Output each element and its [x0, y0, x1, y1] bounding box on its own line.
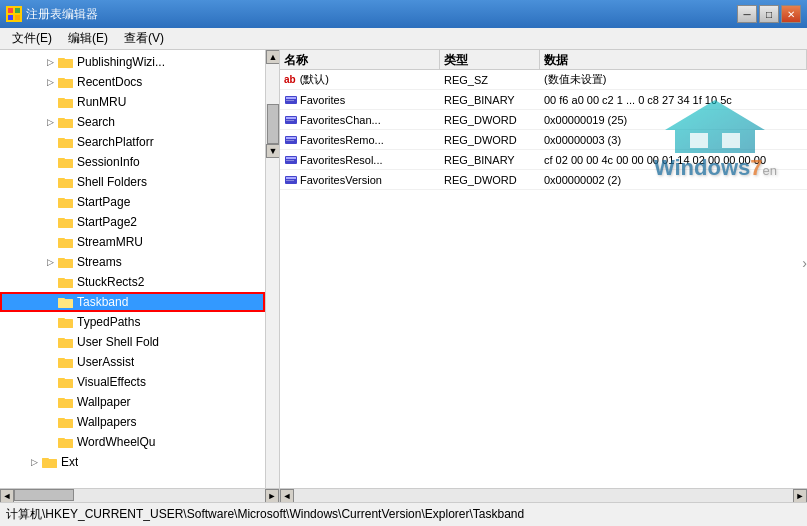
svg-rect-32: [59, 160, 73, 168]
svg-rect-92: [59, 400, 73, 408]
reg-icon-dword: [284, 93, 298, 107]
scroll-up-btn[interactable]: ▲: [266, 50, 279, 64]
reg-cell-name: ab (默认): [280, 72, 440, 87]
reg-icon-dword: [284, 173, 298, 187]
tree-item[interactable]: Shell Folders: [0, 172, 265, 192]
menu-file[interactable]: 文件(E): [4, 28, 60, 49]
folder-icon: [58, 215, 74, 229]
tree-item[interactable]: ▷ PublishingWizi...: [0, 52, 265, 72]
tree-item[interactable]: RunMRU: [0, 92, 265, 112]
tree-scroll-area: ▷ PublishingWizi... ▷ RecentDocs RunMRU …: [0, 50, 279, 488]
svg-rect-23: [58, 118, 64, 121]
tree-item[interactable]: ▷ RecentDocs: [0, 72, 265, 92]
reg-icon-dword: [284, 133, 298, 147]
scroll-right-btn[interactable]: ►: [265, 489, 279, 502]
svg-rect-12: [59, 80, 73, 88]
folder-icon: [58, 55, 74, 69]
svg-rect-122: [286, 177, 296, 179]
tree-arrow-icon: [44, 236, 56, 248]
folder-icon: [58, 435, 74, 449]
reg-scroll-left[interactable]: ◄: [280, 489, 294, 502]
scroll-left-btn[interactable]: ◄: [0, 489, 14, 502]
registry-row[interactable]: FavoritesResol... REG_BINARY cf 02 00 00…: [280, 150, 807, 170]
svg-rect-73: [58, 318, 64, 321]
tree-item-label: SearchPlatforr: [77, 135, 154, 149]
tree-item[interactable]: UserAssist: [0, 352, 265, 372]
folder-icon: [58, 335, 74, 349]
registry-row[interactable]: Favorites REG_BINARY 00 f6 a0 00 c2 1 ..…: [280, 90, 807, 110]
reg-cell-data: 0x00000002 (2): [540, 174, 807, 186]
svg-rect-52: [59, 240, 73, 248]
svg-rect-72: [59, 320, 73, 328]
status-bar: 计算机\HKEY_CURRENT_USER\Software\Microsoft…: [0, 502, 807, 526]
window-controls: ─ □ ✕: [737, 5, 801, 23]
tree-item[interactable]: User Shell Fold: [0, 332, 265, 352]
reg-icon-dword: [284, 153, 298, 167]
tree-item[interactable]: StreamMRU: [0, 232, 265, 252]
tree-item-label: RunMRU: [77, 95, 126, 109]
reg-icon-dword: [284, 113, 298, 127]
svg-rect-1: [15, 8, 20, 13]
tree-item[interactable]: StartPage: [0, 192, 265, 212]
tree-item[interactable]: WordWheelQu: [0, 432, 265, 452]
reg-h-track: [294, 489, 793, 502]
reg-cell-name: FavoritesResol...: [280, 153, 440, 167]
tree-item-label: WordWheelQu: [77, 435, 155, 449]
folder-icon: [42, 455, 58, 469]
svg-rect-17: [59, 100, 73, 108]
registry-row[interactable]: FavoritesVersion REG_DWORD 0x00000002 (2…: [280, 170, 807, 190]
folder-icon: [58, 315, 74, 329]
tree-item[interactable]: SessionInfo: [0, 152, 265, 172]
main-area: ▷ PublishingWizi... ▷ RecentDocs RunMRU …: [0, 50, 807, 502]
registry-rows: ab (默认) REG_SZ (数值未设置) Favorites REG_BIN…: [280, 70, 807, 488]
tree-item[interactable]: StuckRects2: [0, 272, 265, 292]
scroll-down-btn[interactable]: ▼: [266, 144, 279, 158]
tree-item[interactable]: Wallpapers: [0, 412, 265, 432]
tree-arrow-icon: [44, 296, 56, 308]
tree-item[interactable]: Taskband: [0, 292, 265, 312]
registry-header: 名称 类型 数据: [280, 50, 807, 70]
registry-row[interactable]: FavoritesRemo... REG_DWORD 0x00000003 (3…: [280, 130, 807, 150]
registry-h-scrollbar[interactable]: ◄ ►: [280, 488, 807, 502]
svg-rect-57: [59, 260, 73, 268]
menu-edit[interactable]: 编辑(E): [60, 28, 116, 49]
menu-view[interactable]: 查看(V): [116, 28, 172, 49]
svg-rect-114: [286, 120, 294, 121]
svg-rect-120: [286, 160, 294, 161]
tree-item[interactable]: Wallpaper: [0, 392, 265, 412]
tree-arrow-icon: [44, 136, 56, 148]
folder-icon: [58, 295, 74, 309]
reg-cell-data: 0x00000003 (3): [540, 134, 807, 146]
close-button[interactable]: ✕: [781, 5, 801, 23]
svg-rect-7: [59, 60, 73, 68]
svg-rect-107: [43, 460, 57, 468]
tree-arrow-icon: ▷: [44, 56, 56, 68]
tree-item-label: TypedPaths: [77, 315, 140, 329]
tree-content: ▷ PublishingWizi... ▷ RecentDocs RunMRU …: [0, 50, 265, 488]
tree-arrow-icon: [44, 336, 56, 348]
tree-item[interactable]: ▷ Ext: [0, 452, 265, 472]
reg-scroll-right[interactable]: ►: [793, 489, 807, 502]
registry-row[interactable]: ab (默认) REG_SZ (数值未设置): [280, 70, 807, 90]
registry-row[interactable]: FavoritesChan... REG_DWORD 0x00000019 (2…: [280, 110, 807, 130]
maximize-button[interactable]: □: [759, 5, 779, 23]
scroll-thumb[interactable]: [267, 104, 279, 144]
tree-item[interactable]: StartPage2: [0, 212, 265, 232]
tree-arrow-icon: [44, 96, 56, 108]
status-text: 计算机\HKEY_CURRENT_USER\Software\Microsoft…: [6, 506, 524, 523]
h-scroll-thumb[interactable]: [14, 489, 74, 501]
svg-rect-3: [15, 15, 20, 20]
folder-icon: [58, 355, 74, 369]
tree-item-label: StreamMRU: [77, 235, 143, 249]
tree-item[interactable]: ▷ Streams: [0, 252, 265, 272]
reg-cell-data: cf 02 00 00 4c 00 00 00 01 14 02 00 00 0…: [540, 154, 807, 166]
tree-item[interactable]: TypedPaths: [0, 312, 265, 332]
col-header-data: 数据: [540, 50, 807, 69]
tree-vertical-scrollbar[interactable]: ▲ ▼: [265, 50, 279, 488]
minimize-button[interactable]: ─: [737, 5, 757, 23]
tree-horizontal-scrollbar[interactable]: ◄ ►: [0, 488, 279, 502]
tree-item[interactable]: SearchPlatforr: [0, 132, 265, 152]
tree-item[interactable]: VisualEffects: [0, 372, 265, 392]
reg-cell-name: FavoritesRemo...: [280, 133, 440, 147]
tree-item[interactable]: ▷ Search: [0, 112, 265, 132]
